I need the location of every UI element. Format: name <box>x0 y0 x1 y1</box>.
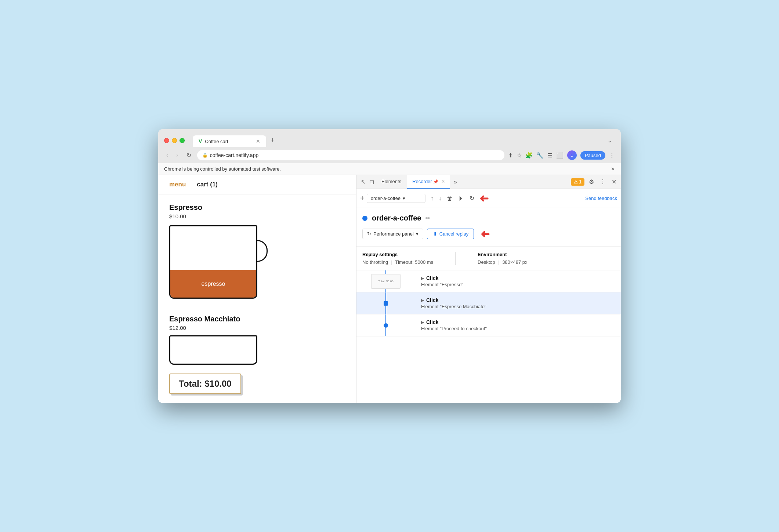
timeline-screenshot: Total: $0.00 <box>371 274 401 289</box>
environment-value: Desktop <box>478 259 495 265</box>
paused-badge: Paused <box>580 151 605 160</box>
settings-vertical-divider <box>455 252 456 265</box>
recorder-pin-icon: 📌 <box>433 179 438 184</box>
browser-tab[interactable]: V Coffee cart ✕ <box>193 135 266 147</box>
macchiato-price: $12.00 <box>169 325 345 331</box>
screenshot-text: Total: $0.00 <box>377 279 394 284</box>
title-bar: V Coffee cart ✕ + ⌄ <box>158 129 621 147</box>
import-button[interactable]: ↓ <box>437 194 443 203</box>
performance-panel-row: ↻ Performance panel ▾ ⏸ Cancel replay ➜ <box>356 225 621 246</box>
recorder-tab-label: Recorder <box>412 179 432 184</box>
perf-dropdown-icon: ▾ <box>416 231 419 237</box>
settings-divider: | <box>391 259 392 265</box>
traffic-lights <box>164 138 185 143</box>
performance-panel-button[interactable]: ↻ Performance panel ▾ <box>362 229 423 239</box>
play-button[interactable]: ⏵ <box>456 193 466 204</box>
reload-button[interactable]: ↻ <box>184 151 193 160</box>
recording-name-select[interactable]: order-a-coffee ▾ <box>367 194 425 203</box>
close-traffic-light[interactable] <box>164 138 169 143</box>
delete-button[interactable]: 🗑 <box>445 194 454 203</box>
url-bar[interactable]: 🔒 coffee-cart.netlify.app <box>197 150 504 160</box>
automation-banner-text: Chrome is being controlled by automated … <box>164 166 281 172</box>
devtools-cursor-icon[interactable]: ↖ <box>359 177 367 187</box>
devtools-icon[interactable]: 🔧 <box>536 152 544 159</box>
tab-recorder[interactable]: Recorder 📌 ✕ <box>407 175 450 189</box>
url-text: coffee-cart.netlify.app <box>210 152 259 158</box>
timeline-item-content-3[interactable]: ▶ Click Element "Proceed to checkout" <box>415 314 621 336</box>
export-button[interactable]: ↑ <box>429 194 435 203</box>
new-tab-button[interactable]: + <box>266 134 279 147</box>
chrome-menu-icon[interactable]: ⋮ <box>609 152 615 159</box>
forward-button[interactable]: › <box>174 151 180 159</box>
replay-settings-button[interactable]: ↻ <box>468 193 476 203</box>
recorder-actions: ↑ ↓ 🗑 ⏵ ↻ <box>429 193 476 204</box>
tab-elements[interactable]: Elements <box>376 175 406 189</box>
timeline-item-left: Total: $0.00 <box>356 270 415 292</box>
settings-right-label: Environment <box>478 252 527 257</box>
share-icon[interactable]: ⬆ <box>508 152 513 159</box>
timeline-target-label-3: Element "Proceed to checkout" <box>421 326 615 331</box>
issues-icon: ⚠ <box>574 179 578 185</box>
bookmark-icon[interactable]: ☆ <box>517 152 522 159</box>
nav-cart-link[interactable]: cart (1) <box>197 181 218 188</box>
timeout-value: Timeout: 5000 ms <box>395 259 433 265</box>
tab-favicon: V <box>199 138 202 144</box>
red-arrow-cancel: ➜ <box>481 227 490 240</box>
devtools-tab-bar: ↖ ◻ Elements Recorder 📌 ✕ » ⚠ 1 ⚙ <box>356 175 621 189</box>
recording-name-text: order-a-coffee <box>371 196 401 201</box>
edit-title-icon[interactable]: ✏ <box>425 215 430 222</box>
dropdown-arrow-icon: ▾ <box>403 196 405 201</box>
expand-tabs-button[interactable]: ⌄ <box>605 135 615 146</box>
recorder-tab-close[interactable]: ✕ <box>441 179 445 184</box>
automation-banner-close[interactable]: ✕ <box>611 166 615 172</box>
splitscreen-icon[interactable]: ⬜ <box>556 152 564 159</box>
recording-title: order-a-coffee <box>372 214 421 222</box>
maximize-traffic-light[interactable] <box>180 138 185 143</box>
security-icon: 🔒 <box>202 153 208 158</box>
nav-menu-link[interactable]: menu <box>169 181 186 188</box>
profile-avatar[interactable]: U <box>567 150 577 160</box>
settings-left: Replay settings No throttling | Timeout:… <box>362 252 433 265</box>
expand-icon-3: ▶ <box>421 320 424 324</box>
macchiato-cup <box>169 335 257 365</box>
cancel-replay-label: Cancel replay <box>439 231 469 237</box>
total-badge-wrapper: Total: $10.00 <box>169 374 345 394</box>
extensions-icon[interactable]: 🧩 <box>525 152 533 159</box>
espresso-title: Espresso <box>169 203 345 212</box>
webpage-content: Espresso $10.00 espresso Espresso Macchi… <box>158 194 356 403</box>
total-badge: Total: $10.00 <box>169 374 241 394</box>
env-divider: | <box>498 259 499 265</box>
browser-window: V Coffee cart ✕ + ⌄ ‹ › ↻ 🔒 coffee-cart.… <box>158 129 621 403</box>
issues-badge[interactable]: ⚠ 1 <box>571 178 584 186</box>
add-recording-button[interactable]: + <box>360 194 365 203</box>
devtools-inspect-icon[interactable]: ◻ <box>368 177 376 187</box>
espresso-price: $10.00 <box>169 213 345 219</box>
reader-icon[interactable]: ☰ <box>547 152 552 159</box>
more-options-button[interactable]: ⋮ <box>598 177 607 187</box>
recording-header: order-a-coffee ✏ <box>356 208 621 225</box>
espresso-cup: espresso <box>169 225 257 299</box>
timeline-action-label-3: ▶ Click <box>421 319 615 325</box>
cup-handle <box>257 240 268 262</box>
cancel-replay-button[interactable]: ⏸ Cancel replay <box>427 229 474 239</box>
back-button[interactable]: ‹ <box>164 151 170 159</box>
minimize-traffic-light[interactable] <box>172 138 177 143</box>
automation-banner: Chrome is being controlled by automated … <box>158 163 621 175</box>
replay-settings: Replay settings No throttling | Timeout:… <box>356 246 621 270</box>
timeline-target-label-2: Element "Espresso Macchiato" <box>421 304 615 309</box>
perf-panel-label: Performance panel <box>373 231 414 237</box>
timeline-item-3: ▶ Click Element "Proceed to checkout" <box>356 314 621 336</box>
browser-toolbar: ⬆ ☆ 🧩 🔧 ☰ ⬜ U Paused ⋮ <box>508 150 615 160</box>
timeline-target-label: Element "Espresso" <box>421 282 615 287</box>
settings-button[interactable]: ⚙ <box>587 177 595 187</box>
timeline-item-content-2[interactable]: ▶ Click Element "Espresso Macchiato" <box>415 292 621 314</box>
tab-close-button[interactable]: ✕ <box>256 138 260 144</box>
main-area: menu cart (1) Espresso $10.00 espresso E… <box>158 175 621 403</box>
timeline-action-label: ▶ Click <box>421 275 615 281</box>
macchiato-title: Espresso Macchiato <box>169 315 345 323</box>
timeline-item-content[interactable]: ▶ Click Element "Espresso" <box>415 270 621 292</box>
send-feedback-link[interactable]: Send feedback <box>585 196 617 201</box>
close-devtools-button[interactable]: ✕ <box>610 177 618 187</box>
devtools-panel: ↖ ◻ Elements Recorder 📌 ✕ » ⚠ 1 ⚙ <box>356 175 621 403</box>
more-tabs-button[interactable]: » <box>451 179 460 185</box>
